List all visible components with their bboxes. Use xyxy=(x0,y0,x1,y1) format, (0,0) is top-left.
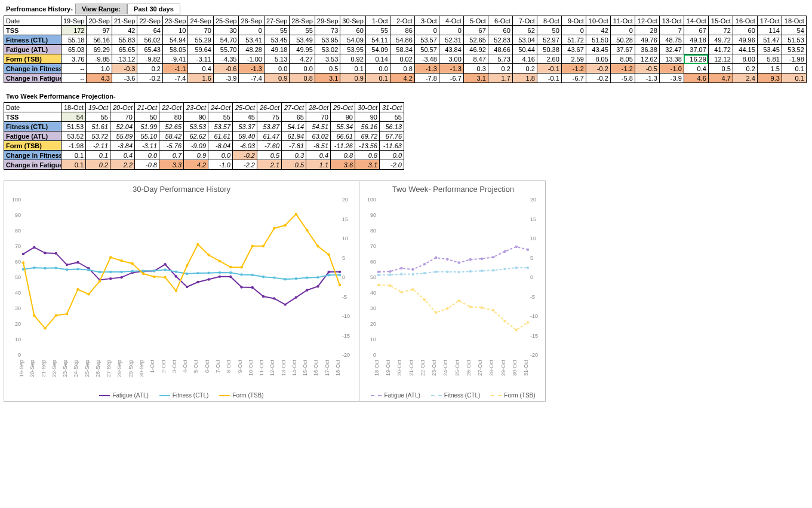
svg-text:15: 15 xyxy=(342,216,348,222)
svg-text:20: 20 xyxy=(370,321,376,327)
svg-text:29-Oct: 29-Oct xyxy=(500,360,506,377)
svg-point-77 xyxy=(316,285,319,287)
svg-point-110 xyxy=(22,261,24,264)
chart-projection-svg: 0102030405060708090100-20-15-10-50510152… xyxy=(362,196,545,387)
chart-history-title: 30-Day Performance History xyxy=(7,185,356,194)
svg-text:60: 60 xyxy=(370,259,376,265)
svg-point-193 xyxy=(435,271,437,273)
svg-text:90: 90 xyxy=(15,212,21,218)
svg-point-74 xyxy=(284,303,286,305)
svg-text:15-Oct: 15-Oct xyxy=(302,360,308,377)
svg-point-181 xyxy=(457,261,460,264)
svg-text:10: 10 xyxy=(530,235,536,241)
svg-text:27-Sep: 27-Sep xyxy=(106,360,112,377)
svg-point-127 xyxy=(207,254,210,256)
svg-point-86 xyxy=(87,269,90,271)
svg-point-176 xyxy=(400,267,402,269)
svg-point-111 xyxy=(33,314,35,317)
svg-text:-10: -10 xyxy=(530,313,538,319)
svg-text:19-Oct: 19-Oct xyxy=(385,360,391,377)
svg-text:11-Oct: 11-Oct xyxy=(259,360,264,377)
svg-point-84 xyxy=(66,268,68,271)
svg-point-187 xyxy=(527,249,529,251)
svg-point-210 xyxy=(469,305,472,308)
svg-point-68 xyxy=(219,276,221,278)
chart-projection-title: Two Week- Performance Projection xyxy=(362,185,545,194)
history-title-row: Perfromance History- View Range: Past 30… xyxy=(4,4,808,14)
svg-point-212 xyxy=(492,309,494,311)
legend-swatch-atl-p xyxy=(371,395,382,396)
svg-point-98 xyxy=(219,271,221,274)
svg-point-119 xyxy=(120,259,122,262)
svg-point-66 xyxy=(196,281,199,283)
view-range-value[interactable]: Past 30 days xyxy=(127,4,180,14)
svg-point-76 xyxy=(306,289,308,291)
svg-text:10: 10 xyxy=(15,336,21,342)
svg-point-128 xyxy=(219,260,221,262)
row-datl: Change in Fatigue--4.3-3.6-0.2-7.41.6-3.… xyxy=(4,74,807,83)
svg-text:13-Oct: 13-Oct xyxy=(281,360,287,377)
svg-text:18-Oct: 18-Oct xyxy=(335,360,341,377)
legend-swatch-ctl xyxy=(159,395,170,396)
svg-point-201 xyxy=(527,267,529,269)
history-title: Perfromance History- xyxy=(4,4,75,14)
svg-point-71 xyxy=(251,286,254,289)
svg-point-75 xyxy=(295,296,297,298)
svg-point-55 xyxy=(76,261,79,264)
svg-point-106 xyxy=(306,277,308,279)
row-tsb: Form (TSB)-1.98-2.11-3.84-3.11-5.76-9.09… xyxy=(4,141,404,151)
svg-text:27-Oct: 27-Oct xyxy=(477,360,483,377)
svg-point-136 xyxy=(306,229,308,231)
view-range-button[interactable]: View Range: xyxy=(75,4,127,14)
svg-point-194 xyxy=(446,271,448,273)
svg-text:30-Sep: 30-Sep xyxy=(139,360,144,377)
svg-text:25-Oct: 25-Oct xyxy=(454,360,460,377)
svg-point-96 xyxy=(196,272,199,274)
svg-point-100 xyxy=(240,273,242,276)
svg-point-123 xyxy=(164,276,166,279)
svg-point-82 xyxy=(44,267,46,270)
svg-text:21-Oct: 21-Oct xyxy=(408,360,414,377)
svg-point-118 xyxy=(109,256,112,258)
svg-point-178 xyxy=(423,263,426,265)
svg-text:5: 5 xyxy=(530,255,533,261)
svg-text:30: 30 xyxy=(15,305,21,311)
svg-point-88 xyxy=(109,271,112,273)
svg-point-93 xyxy=(164,268,166,271)
svg-point-133 xyxy=(273,227,275,229)
svg-point-137 xyxy=(316,245,319,247)
svg-point-205 xyxy=(411,288,414,290)
svg-point-58 xyxy=(109,277,112,280)
svg-text:100: 100 xyxy=(12,197,21,203)
svg-point-105 xyxy=(295,277,297,280)
svg-text:80: 80 xyxy=(15,228,21,234)
svg-point-139 xyxy=(339,284,341,286)
svg-point-94 xyxy=(175,271,177,273)
svg-text:100: 100 xyxy=(367,197,376,203)
charts-panel: 30-Day Performance History 0102030405060… xyxy=(4,180,546,402)
svg-text:20-Oct: 20-Oct xyxy=(396,360,402,377)
svg-point-107 xyxy=(316,276,319,279)
svg-point-53 xyxy=(55,252,57,255)
row-datl: Change in Fatigue0.10.22.2-0.83.34.2-1.0… xyxy=(4,160,404,170)
svg-point-52 xyxy=(44,252,46,254)
legend-swatch-tsb-p xyxy=(491,395,502,396)
svg-text:0: 0 xyxy=(342,274,345,280)
svg-point-78 xyxy=(328,271,330,273)
svg-text:23-Sep: 23-Sep xyxy=(62,360,68,377)
svg-text:22-Sep: 22-Sep xyxy=(51,360,57,377)
svg-point-116 xyxy=(87,293,90,295)
svg-text:24-Sep: 24-Sep xyxy=(73,360,79,377)
svg-text:24-Oct: 24-Oct xyxy=(442,360,448,377)
svg-text:-5: -5 xyxy=(530,294,535,300)
svg-text:23-Oct: 23-Oct xyxy=(431,360,437,377)
svg-text:10: 10 xyxy=(342,235,348,241)
svg-text:29-Sep: 29-Sep xyxy=(128,360,134,377)
svg-point-54 xyxy=(66,264,68,266)
svg-point-189 xyxy=(389,274,391,276)
row-ctl: Fitness (CTL)51.5351.6152.0451.9952.6553… xyxy=(4,122,404,131)
chart-projection: Two Week- Performance Projection 0102030… xyxy=(359,181,547,401)
svg-point-103 xyxy=(273,276,275,279)
svg-point-124 xyxy=(175,289,177,292)
svg-text:20: 20 xyxy=(530,197,536,203)
